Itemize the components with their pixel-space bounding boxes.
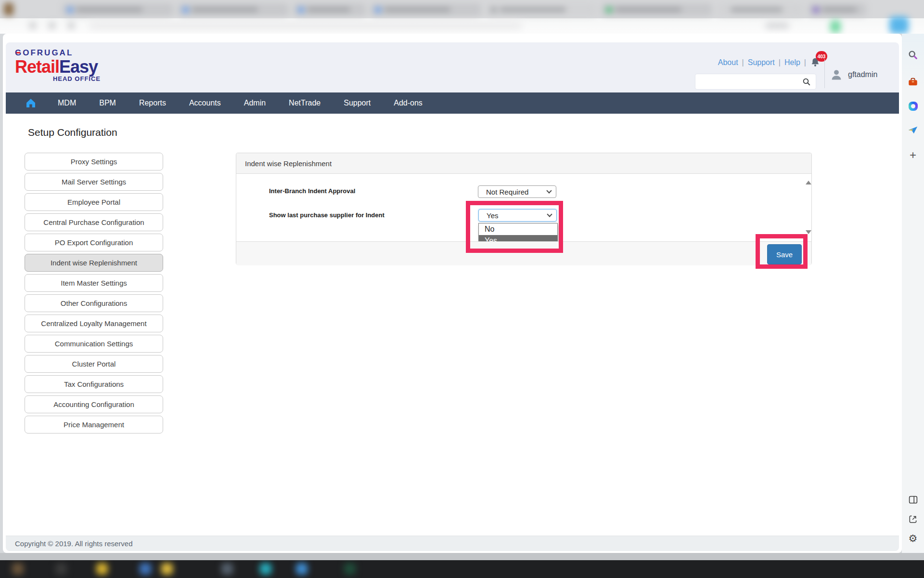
taskbar-icon[interactable] (140, 563, 151, 575)
sidebar-item-item-master-settings[interactable]: Item Master Settings (25, 274, 163, 292)
page-title: Setup Configuration (28, 127, 117, 138)
nav-item-addons[interactable]: Add-ons (382, 92, 434, 114)
copilot-icon[interactable] (889, 16, 909, 34)
nav-item-mdm[interactable]: MDM (46, 92, 88, 114)
sidebar-item-price-management[interactable]: Price Management (25, 416, 163, 434)
browser-chrome-blur (0, 0, 924, 34)
taskbar-icon[interactable] (221, 563, 233, 575)
sidebar-item-mail-server-settings[interactable]: Mail Server Settings (25, 173, 163, 191)
chevron-down-icon (547, 211, 552, 217)
browser-tab[interactable] (602, 3, 712, 16)
chevron-down-icon (546, 188, 552, 193)
external-link-icon (908, 514, 918, 524)
sidebar-search-button[interactable] (907, 49, 919, 61)
nav-item-admin[interactable]: Admin (232, 92, 277, 114)
sidebar-item-proxy-settings[interactable]: Proxy Settings (25, 153, 163, 171)
notification-badge: 403 (816, 51, 827, 62)
taskbar-icon[interactable] (96, 563, 108, 575)
panel-footer: Save (236, 241, 811, 265)
nav-item-accounts[interactable]: Accounts (178, 92, 232, 114)
browser-tab[interactable] (717, 3, 804, 16)
taskbar-icon[interactable] (12, 563, 24, 575)
sidebar-item-centralized-loyalty-management[interactable]: Centralized Loyalty Management (25, 315, 163, 332)
microsoft365-icon (909, 102, 918, 111)
browser-tab[interactable] (63, 3, 173, 16)
search-icon (908, 50, 918, 60)
inter-branch-indent-approval-select[interactable]: Not Required (478, 185, 556, 198)
page-footer: Copyright © 2019. All rights reserved (6, 536, 899, 551)
shopping-icon (908, 77, 918, 87)
sidebar-send-button[interactable] (907, 124, 919, 136)
settings-sidebar: Proxy Settings Mail Server Settings Empl… (25, 153, 163, 436)
gofrugal-logo: GOFRUGAL RetailEasy HEAD OFFICE (15, 48, 111, 82)
user-avatar-icon (830, 68, 843, 81)
browser-tab[interactable] (178, 3, 289, 16)
taskbar-icon[interactable] (296, 563, 308, 575)
sidebar-settings-button[interactable]: ⚙ (907, 533, 919, 544)
settings-icon: ⚙ (909, 533, 918, 544)
main-navbar: MDM BPM Reports Accounts Admin NetTrade … (6, 92, 899, 114)
sidebar-open-external-button[interactable] (907, 513, 919, 525)
send-icon (908, 125, 918, 135)
split-screen-icon (908, 495, 918, 505)
sidebar-item-central-purchase-configuration[interactable]: Central Purchase Configuration (25, 213, 163, 231)
copyright-text: Copyright © 2019. All rights reserved (15, 539, 133, 548)
taskbar-blur (0, 560, 924, 578)
brand-g-accent (16, 52, 20, 53)
dropdown-option-no[interactable]: No (479, 223, 557, 235)
nav-item-support[interactable]: Support (332, 92, 382, 114)
browser-menu-icon (4, 3, 13, 15)
field-label-show-last-purchase-supplier: Show last purchase supplier for Indent (269, 211, 385, 219)
product-name: RetailEasy (15, 58, 111, 76)
user-menu[interactable]: gftadmin (830, 68, 877, 81)
home-icon (25, 97, 37, 109)
search-icon[interactable] (802, 78, 811, 86)
nav-item-bpm[interactable]: BPM (88, 92, 128, 114)
scroll-up-button[interactable] (806, 181, 811, 184)
browser-tab[interactable] (371, 3, 481, 16)
sidebar-split-screen-button[interactable] (907, 494, 919, 505)
sidebar-item-other-configurations[interactable]: Other Configurations (25, 294, 163, 312)
sidebar-add-button[interactable]: + (907, 149, 919, 161)
retaileasy-page: GOFRUGAL RetailEasy HEAD OFFICE About | … (3, 34, 902, 553)
browser-tab[interactable] (294, 3, 366, 16)
plus-icon: + (910, 150, 916, 160)
taskbar-icon[interactable] (260, 563, 271, 575)
sidebar-item-tax-configurations[interactable]: Tax Configurations (25, 375, 163, 393)
sidebar-item-cluster-portal[interactable]: Cluster Portal (25, 355, 163, 373)
screen: GOFRUGAL RetailEasy HEAD OFFICE About | … (0, 0, 924, 578)
site-header: GOFRUGAL RetailEasy HEAD OFFICE About | … (6, 42, 899, 92)
about-link[interactable]: About (718, 58, 738, 67)
sidebar-item-accounting-configuration[interactable]: Accounting Configuration (25, 395, 163, 413)
browser-tab[interactable] (486, 3, 597, 16)
notifications-button[interactable]: 403 (810, 57, 821, 68)
sidebar-microsoft365-button[interactable] (907, 100, 919, 112)
sidebar-item-indent-wise-replenishment[interactable]: Indent wise Replenishment (25, 254, 163, 272)
brand-name: GOFRUGAL (15, 48, 111, 58)
support-link[interactable]: Support (748, 58, 775, 67)
header-links: About | Support | Help | 403 (677, 57, 821, 68)
sidebar-item-communication-settings[interactable]: Communication Settings (25, 335, 163, 353)
header-search-box (695, 74, 816, 90)
taskbar-icon[interactable] (161, 563, 173, 575)
indent-wise-replenishment-panel: Indent wise Replenishment Inter-Branch I… (236, 153, 812, 265)
save-button[interactable]: Save (767, 244, 802, 264)
edge-sidebar: + ⚙ (902, 34, 924, 553)
browser-tab[interactable] (808, 3, 866, 16)
address-bar[interactable] (89, 21, 522, 30)
help-link[interactable]: Help (784, 58, 800, 67)
username: gftadmin (848, 70, 877, 79)
taskbar (0, 560, 924, 578)
sidebar-item-employee-portal[interactable]: Employee Portal (25, 193, 163, 211)
taskbar-icon[interactable] (344, 563, 356, 575)
scroll-down-button[interactable] (806, 230, 811, 234)
browser-chrome (0, 0, 924, 34)
nav-home-button[interactable] (25, 97, 37, 109)
search-input[interactable] (695, 74, 802, 89)
nav-item-reports[interactable]: Reports (128, 92, 178, 114)
taskbar-icon[interactable] (55, 563, 67, 575)
sidebar-item-po-export-configuration[interactable]: PO Export Configuration (25, 234, 163, 251)
show-last-purchase-supplier-select[interactable]: Yes (478, 209, 557, 222)
nav-item-nettrade[interactable]: NetTrade (277, 92, 332, 114)
sidebar-shopping-button[interactable] (907, 76, 919, 88)
